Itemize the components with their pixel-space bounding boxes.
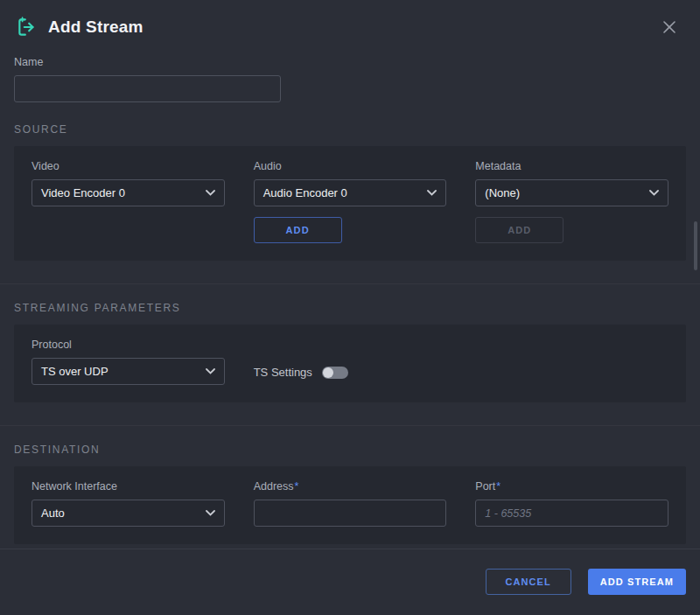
dialog-header: Add Stream — [0, 0, 700, 49]
protocol-select[interactable]: TS over UDP — [32, 358, 225, 385]
protocol-label: Protocol — [32, 339, 225, 351]
dialog-footer: CANCEL ADD STREAM — [0, 549, 700, 615]
add-stream-button[interactable]: ADD STREAM — [588, 569, 686, 595]
metadata-label: Metadata — [475, 160, 668, 172]
add-metadata-button: ADD — [475, 217, 564, 243]
chevron-down-icon — [206, 510, 215, 516]
chevron-down-icon — [649, 190, 659, 196]
source-section: SOURCE Video Video Encoder 0 Audio Audio… — [0, 123, 700, 261]
protocol-column: Protocol TS over UDP — [32, 339, 225, 385]
video-encoder-select[interactable]: Video Encoder 0 — [32, 179, 225, 206]
metadata-select[interactable]: (None) — [475, 179, 668, 206]
metadata-column: Metadata (None) ADD — [475, 160, 668, 243]
add-audio-button[interactable]: ADD — [254, 217, 342, 243]
audio-encoder-select[interactable]: Audio Encoder 0 — [254, 179, 447, 206]
source-panel: Video Video Encoder 0 Audio Audio Encode… — [14, 146, 686, 261]
name-label: Name — [14, 56, 281, 68]
chevron-down-icon — [427, 190, 437, 196]
ts-settings-label: TS Settings — [254, 366, 312, 379]
network-interface-selected-value: Auto — [41, 507, 65, 520]
streaming-parameters-section-title: STREAMING PARAMETERS — [0, 302, 700, 314]
ts-settings-toggle[interactable] — [322, 367, 348, 379]
streaming-parameters-panel: Protocol TS over UDP TS Settings — [14, 325, 686, 402]
video-column: Video Video Encoder 0 — [32, 160, 225, 243]
address-label: Address* — [254, 480, 447, 493]
protocol-selected-value: TS over UDP — [41, 365, 108, 378]
audio-encoder-selected-value: Audio Encoder 0 — [263, 186, 347, 199]
address-column: Address* — [254, 480, 447, 527]
add-stream-icon — [16, 16, 38, 38]
network-interface-label: Network Interface — [32, 480, 225, 493]
port-column: Port* — [475, 480, 668, 527]
chevron-down-icon — [206, 368, 215, 374]
audio-column: Audio Audio Encoder 0 ADD — [254, 160, 447, 243]
destination-section: DESTINATION Network Interface Auto Addre… — [0, 425, 700, 544]
required-marker: * — [295, 480, 299, 493]
chevron-down-icon — [206, 190, 215, 196]
port-label: Port* — [475, 480, 668, 493]
dialog-title: Add Stream — [48, 17, 144, 37]
streaming-parameters-section: STREAMING PARAMETERS Protocol TS over UD… — [0, 283, 700, 402]
address-input[interactable] — [254, 500, 447, 527]
name-field-block: Name — [0, 49, 295, 102]
video-label: Video — [32, 160, 225, 172]
video-encoder-selected-value: Video Encoder 0 — [41, 186, 125, 199]
network-interface-select[interactable]: Auto — [32, 500, 225, 527]
destination-section-title: DESTINATION — [0, 444, 700, 456]
cancel-button[interactable]: CANCEL — [486, 569, 571, 595]
port-input[interactable] — [475, 500, 668, 527]
metadata-selected-value: (None) — [485, 186, 520, 199]
name-input[interactable] — [14, 75, 281, 102]
audio-label: Audio — [254, 160, 447, 172]
network-interface-column: Network Interface Auto — [32, 480, 225, 527]
required-marker: * — [496, 480, 500, 493]
close-icon[interactable] — [660, 17, 679, 37]
add-stream-dialog: Add Stream Name SOURCE Video Video Encod… — [0, 0, 700, 615]
destination-panel: Network Interface Auto Address* Port* — [14, 466, 686, 544]
scrollbar-thumb[interactable] — [694, 221, 697, 270]
ts-settings-cell: TS Settings — [254, 366, 447, 379]
toggle-knob — [323, 367, 333, 378]
source-section-title: SOURCE — [0, 123, 700, 136]
